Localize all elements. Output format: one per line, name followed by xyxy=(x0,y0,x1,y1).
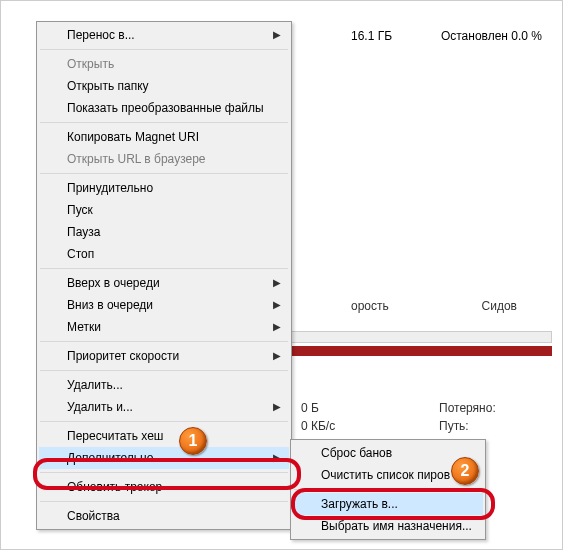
menu-item-label: Свойства xyxy=(67,509,120,523)
menu-delete[interactable]: Удалить... xyxy=(39,374,289,396)
submenu-arrow-icon: ▶ xyxy=(273,272,281,294)
stat-label-lost: Потеряно: xyxy=(439,401,496,415)
menu-show-converted[interactable]: Показать преобразованные файлы xyxy=(39,97,289,119)
stat-label-path: Путь: xyxy=(439,419,469,433)
separator xyxy=(40,122,288,123)
menu-start[interactable]: Пуск xyxy=(39,199,289,221)
submenu-download-to[interactable]: Загружать в... xyxy=(293,493,483,515)
separator xyxy=(40,341,288,342)
submenu-arrow-icon: ▶ xyxy=(273,316,281,338)
separator xyxy=(40,472,288,473)
menu-speed-priority[interactable]: Приоритет скорости▶ xyxy=(39,345,289,367)
menu-item-label: Обновить трекер xyxy=(67,480,162,494)
label-seeds-partial: Сидов xyxy=(482,299,517,313)
submenu-arrow-icon: ▶ xyxy=(273,345,281,367)
separator xyxy=(40,370,288,371)
menu-item-label: Пересчитать хеш xyxy=(67,429,164,443)
menu-queue-down[interactable]: Вниз в очереди▶ xyxy=(39,294,289,316)
context-menu: Перенос в...▶ Открыть Открыть папку Пока… xyxy=(36,21,292,530)
menu-item-label: Удалить и... xyxy=(67,400,133,414)
menu-item-label: Открыть xyxy=(67,57,114,71)
column-size-value: 16.1 ГБ xyxy=(351,29,392,43)
menu-item-label: Метки xyxy=(67,320,101,334)
menu-item-label: Очистить список пиров xyxy=(321,468,450,482)
separator xyxy=(40,501,288,502)
submenu-arrow-icon: ▶ xyxy=(273,396,281,418)
separator xyxy=(40,421,288,422)
separator xyxy=(294,489,482,490)
menu-update-tracker[interactable]: Обновить трекер xyxy=(39,476,289,498)
separator xyxy=(40,268,288,269)
label-speed-partial: орость xyxy=(351,299,389,313)
menu-item-label: Открыть папку xyxy=(67,79,149,93)
menu-pause[interactable]: Пауза xyxy=(39,221,289,243)
menu-copy-magnet[interactable]: Копировать Magnet URI xyxy=(39,126,289,148)
menu-item-label: Принудительно xyxy=(67,181,153,195)
separator xyxy=(40,173,288,174)
menu-item-label: Удалить... xyxy=(67,378,123,392)
menu-item-label: Дополнительно xyxy=(67,451,153,465)
submenu-arrow-icon: ▶ xyxy=(273,447,281,469)
menu-item-label: Вверх в очереди xyxy=(67,276,160,290)
submenu-choose-destination[interactable]: Выбрать имя назначения... xyxy=(293,515,483,537)
menu-open-url: Открыть URL в браузере xyxy=(39,148,289,170)
menu-delete-and[interactable]: Удалить и...▶ xyxy=(39,396,289,418)
column-status-value: Остановлен 0.0 % xyxy=(441,29,542,43)
menu-labels[interactable]: Метки▶ xyxy=(39,316,289,338)
menu-item-label: Пауза xyxy=(67,225,100,239)
stat-value-speed: 0 КБ/с xyxy=(301,419,335,433)
menu-item-label: Загружать в... xyxy=(321,497,398,511)
menu-item-label: Выбрать имя назначения... xyxy=(321,519,472,533)
menu-item-label: Перенос в... xyxy=(67,28,135,42)
menu-item-label: Копировать Magnet URI xyxy=(67,130,199,144)
submenu-arrow-icon: ▶ xyxy=(273,294,281,316)
submenu-arrow-icon: ▶ xyxy=(273,24,281,46)
menu-item-label: Приоритет скорости xyxy=(67,349,179,363)
menu-item-label: Стоп xyxy=(67,247,94,261)
submenu-advanced: Сброс банов Очистить список пиров Загруж… xyxy=(290,439,486,540)
menu-force[interactable]: Принудительно xyxy=(39,177,289,199)
menu-properties[interactable]: Свойства xyxy=(39,505,289,527)
progress-bar-empty xyxy=(291,331,552,343)
step-badge-1: 1 xyxy=(179,427,207,455)
menu-move-to[interactable]: Перенос в...▶ xyxy=(39,24,289,46)
menu-item-label: Показать преобразованные файлы xyxy=(67,101,264,115)
separator xyxy=(40,49,288,50)
menu-item-label: Вниз в очереди xyxy=(67,298,153,312)
menu-advanced[interactable]: Дополнительно▶ xyxy=(39,447,289,469)
menu-item-label: Пуск xyxy=(67,203,93,217)
menu-queue-up[interactable]: Вверх в очереди▶ xyxy=(39,272,289,294)
menu-item-label: Сброс банов xyxy=(321,446,392,460)
menu-stop[interactable]: Стоп xyxy=(39,243,289,265)
availability-bar xyxy=(291,346,552,356)
menu-open-folder[interactable]: Открыть папку xyxy=(39,75,289,97)
menu-item-label: Открыть URL в браузере xyxy=(67,152,206,166)
step-badge-2: 2 xyxy=(451,457,479,485)
stat-value-bytes: 0 Б xyxy=(301,401,319,415)
menu-recheck-hash[interactable]: Пересчитать хеш xyxy=(39,425,289,447)
menu-open: Открыть xyxy=(39,53,289,75)
